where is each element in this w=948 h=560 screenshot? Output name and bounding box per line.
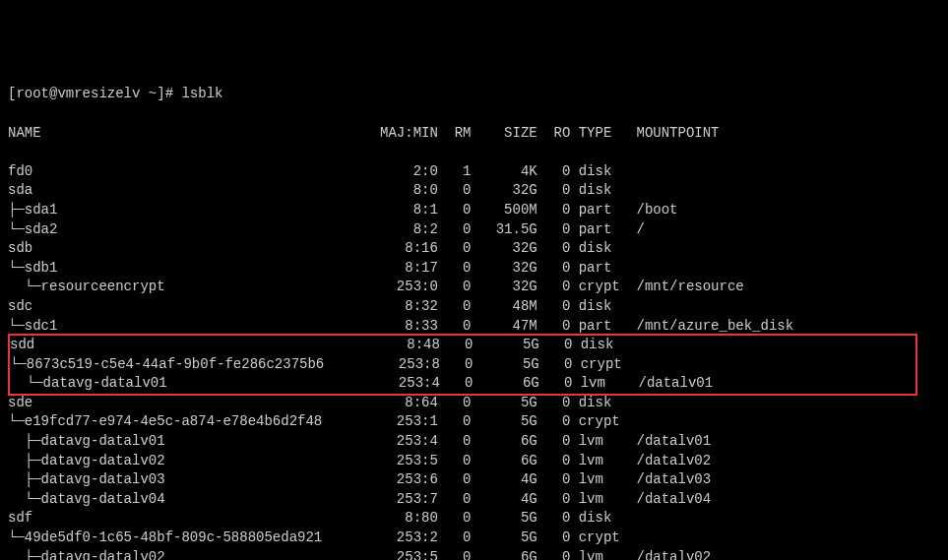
lsblk-row: sdb 8:16 0 32G 0 disk	[8, 239, 940, 259]
lsblk-row: └─sdb1 8:17 0 32G 0 part	[8, 259, 940, 279]
lsblk-row: sdc 8:32 0 48M 0 disk	[8, 297, 940, 317]
lsblk-row: └─sda2 8:2 0 31.5G 0 part /	[8, 220, 940, 240]
lsblk-row: └─e19fcd77-e974-4e5c-a874-e78e4b6d2f48 2…	[8, 412, 940, 432]
terminal-output: [root@vmresizelv ~]# lsblk NAME MAJ:MIN …	[8, 66, 940, 560]
lsblk-row: └─datavg-datalv04 253:7 0 4G 0 lvm /data…	[8, 490, 940, 510]
lsblk-rows: fd0 2:0 1 4K 0 disk sda 8:0 0 32G 0 disk…	[8, 162, 940, 560]
lsblk-row: ├─datavg-datalv01 253:4 0 6G 0 lvm /data…	[8, 432, 940, 452]
lsblk-row: sda 8:0 0 32G 0 disk	[8, 181, 940, 201]
lsblk-row: ├─datavg-datalv03 253:6 0 4G 0 lvm /data…	[8, 470, 940, 490]
lsblk-row: └─49de5df0-1c65-48bf-809c-588805eda921 2…	[8, 529, 940, 548]
highlighted-rows: sdd 8:48 0 5G 0 disk └─8673c519-c5e4-44a…	[8, 334, 917, 396]
header-row: NAME MAJ:MIN RM SIZE RO TYPE MOUNTPOINT	[8, 124, 940, 144]
lsblk-row: └─resourceencrypt 253:0 0 32G 0 crypt /m…	[8, 278, 940, 297]
lsblk-row: sdf 8:80 0 5G 0 disk	[8, 509, 940, 529]
lsblk-row: sde 8:64 0 5G 0 disk	[8, 394, 940, 413]
prompt-line: [root@vmresizelv ~]# lsblk	[8, 85, 940, 104]
lsblk-row: ├─datavg-datalv02 253:5 0 6G 0 lvm /data…	[8, 548, 940, 560]
lsblk-row: fd0 2:0 1 4K 0 disk	[8, 162, 940, 182]
lsblk-row: ├─sda1 8:1 0 500M 0 part /boot	[8, 201, 940, 220]
lsblk-row: ├─datavg-datalv02 253:5 0 6G 0 lvm /data…	[8, 452, 940, 471]
